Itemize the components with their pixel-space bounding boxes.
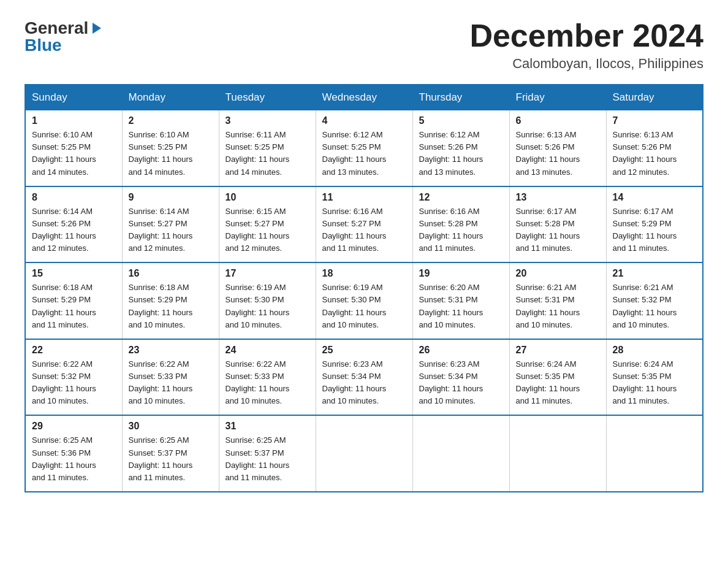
calendar-cell: 17 Sunrise: 6:19 AMSunset: 5:30 PMDaylig… (219, 262, 316, 339)
day-info: Sunrise: 6:15 AMSunset: 5:27 PMDaylight:… (226, 207, 290, 253)
day-info: Sunrise: 6:12 AMSunset: 5:26 PMDaylight:… (419, 130, 483, 176)
calendar-cell (316, 415, 412, 492)
calendar-week-row: 1 Sunrise: 6:10 AMSunset: 5:25 PMDayligh… (25, 110, 703, 186)
day-number: 20 (516, 268, 600, 279)
day-info: Sunrise: 6:24 AMSunset: 5:35 PMDaylight:… (516, 359, 580, 405)
calendar-week-row: 22 Sunrise: 6:22 AMSunset: 5:32 PMDaylig… (25, 339, 703, 416)
day-info: Sunrise: 6:16 AMSunset: 5:28 PMDaylight:… (419, 207, 483, 253)
calendar-cell: 26 Sunrise: 6:23 AMSunset: 5:34 PMDaylig… (412, 339, 509, 416)
day-number: 31 (226, 421, 309, 432)
day-number: 26 (419, 345, 503, 356)
day-number: 1 (32, 115, 116, 126)
calendar-cell: 1 Sunrise: 6:10 AMSunset: 5:25 PMDayligh… (25, 110, 122, 186)
calendar-cell: 22 Sunrise: 6:22 AMSunset: 5:32 PMDaylig… (25, 339, 122, 416)
day-info: Sunrise: 6:19 AMSunset: 5:30 PMDaylight:… (322, 283, 387, 329)
calendar-week-row: 15 Sunrise: 6:18 AMSunset: 5:29 PMDaylig… (25, 262, 703, 339)
day-number: 14 (613, 192, 697, 203)
calendar-cell: 24 Sunrise: 6:22 AMSunset: 5:33 PMDaylig… (219, 339, 316, 416)
calendar-cell: 31 Sunrise: 6:25 AMSunset: 5:37 PMDaylig… (219, 415, 316, 492)
day-info: Sunrise: 6:25 AMSunset: 5:36 PMDaylight:… (32, 435, 96, 481)
calendar-cell: 8 Sunrise: 6:14 AMSunset: 5:26 PMDayligh… (25, 186, 122, 263)
day-info: Sunrise: 6:25 AMSunset: 5:37 PMDaylight:… (129, 435, 193, 481)
calendar-cell: 23 Sunrise: 6:22 AMSunset: 5:33 PMDaylig… (122, 339, 219, 416)
location-subtitle: Calomboyan, Ilocos, Philippines (469, 56, 703, 72)
day-number: 24 (226, 345, 309, 356)
day-info: Sunrise: 6:22 AMSunset: 5:33 PMDaylight:… (226, 359, 290, 405)
calendar-cell: 30 Sunrise: 6:25 AMSunset: 5:37 PMDaylig… (122, 415, 219, 492)
day-number: 19 (419, 268, 503, 279)
page-header: General Blue December 2024 Calomboyan, I… (25, 18, 703, 72)
day-info: Sunrise: 6:23 AMSunset: 5:34 PMDaylight:… (419, 359, 483, 405)
day-info: Sunrise: 6:13 AMSunset: 5:26 PMDaylight:… (613, 130, 677, 176)
col-thursday: Thursday (412, 85, 509, 110)
day-info: Sunrise: 6:13 AMSunset: 5:26 PMDaylight:… (516, 130, 580, 176)
calendar-week-row: 29 Sunrise: 6:25 AMSunset: 5:36 PMDaylig… (25, 415, 703, 492)
day-number: 23 (129, 345, 213, 356)
day-number: 13 (516, 192, 600, 203)
calendar-cell: 13 Sunrise: 6:17 AMSunset: 5:28 PMDaylig… (509, 186, 606, 263)
day-info: Sunrise: 6:17 AMSunset: 5:29 PMDaylight:… (613, 207, 677, 253)
day-info: Sunrise: 6:18 AMSunset: 5:29 PMDaylight:… (129, 283, 193, 329)
day-number: 3 (226, 115, 309, 126)
col-monday: Monday (122, 85, 219, 110)
day-info: Sunrise: 6:17 AMSunset: 5:28 PMDaylight:… (516, 207, 580, 253)
day-number: 17 (226, 268, 309, 279)
day-info: Sunrise: 6:24 AMSunset: 5:35 PMDaylight:… (613, 359, 677, 405)
day-number: 21 (613, 268, 697, 279)
day-number: 8 (32, 192, 116, 203)
calendar-cell: 7 Sunrise: 6:13 AMSunset: 5:26 PMDayligh… (606, 110, 703, 186)
calendar-cell: 3 Sunrise: 6:11 AMSunset: 5:25 PMDayligh… (219, 110, 316, 186)
logo-arrow-icon (90, 21, 104, 35)
day-number: 2 (129, 115, 213, 126)
day-info: Sunrise: 6:19 AMSunset: 5:30 PMDaylight:… (226, 283, 290, 329)
calendar-cell: 21 Sunrise: 6:21 AMSunset: 5:32 PMDaylig… (606, 262, 703, 339)
title-block: December 2024 Calomboyan, Ilocos, Philip… (469, 18, 703, 72)
day-info: Sunrise: 6:25 AMSunset: 5:37 PMDaylight:… (226, 435, 290, 481)
calendar-cell: 5 Sunrise: 6:12 AMSunset: 5:26 PMDayligh… (412, 110, 509, 186)
calendar-cell: 25 Sunrise: 6:23 AMSunset: 5:34 PMDaylig… (316, 339, 412, 416)
calendar-cell: 28 Sunrise: 6:24 AMSunset: 5:35 PMDaylig… (606, 339, 703, 416)
day-number: 25 (322, 345, 406, 356)
day-info: Sunrise: 6:14 AMSunset: 5:26 PMDaylight:… (32, 207, 96, 253)
calendar-cell: 10 Sunrise: 6:15 AMSunset: 5:27 PMDaylig… (219, 186, 316, 263)
day-info: Sunrise: 6:11 AMSunset: 5:25 PMDaylight:… (226, 130, 290, 176)
day-info: Sunrise: 6:20 AMSunset: 5:31 PMDaylight:… (419, 283, 483, 329)
day-number: 12 (419, 192, 503, 203)
calendar-cell: 11 Sunrise: 6:16 AMSunset: 5:27 PMDaylig… (316, 186, 412, 263)
col-tuesday: Tuesday (219, 85, 316, 110)
calendar-cell (606, 415, 703, 492)
col-friday: Friday (509, 85, 606, 110)
day-number: 30 (129, 421, 213, 432)
day-info: Sunrise: 6:10 AMSunset: 5:25 PMDaylight:… (32, 130, 96, 176)
logo: General Blue (25, 18, 104, 55)
day-number: 15 (32, 268, 116, 279)
calendar-cell (412, 415, 509, 492)
day-info: Sunrise: 6:23 AMSunset: 5:34 PMDaylight:… (322, 359, 387, 405)
day-number: 9 (129, 192, 213, 203)
day-info: Sunrise: 6:21 AMSunset: 5:31 PMDaylight:… (516, 283, 580, 329)
day-number: 5 (419, 115, 503, 126)
day-info: Sunrise: 6:22 AMSunset: 5:33 PMDaylight:… (129, 359, 193, 405)
day-number: 11 (322, 192, 406, 203)
svg-marker-0 (93, 23, 101, 34)
calendar-cell: 14 Sunrise: 6:17 AMSunset: 5:29 PMDaylig… (606, 186, 703, 263)
day-number: 16 (129, 268, 213, 279)
day-number: 18 (322, 268, 406, 279)
calendar-cell: 12 Sunrise: 6:16 AMSunset: 5:28 PMDaylig… (412, 186, 509, 263)
calendar-cell (509, 415, 606, 492)
day-number: 28 (613, 345, 697, 356)
col-saturday: Saturday (606, 85, 703, 110)
col-wednesday: Wednesday (316, 85, 412, 110)
calendar-week-row: 8 Sunrise: 6:14 AMSunset: 5:26 PMDayligh… (25, 186, 703, 263)
calendar-cell: 15 Sunrise: 6:18 AMSunset: 5:29 PMDaylig… (25, 262, 122, 339)
calendar-cell: 27 Sunrise: 6:24 AMSunset: 5:35 PMDaylig… (509, 339, 606, 416)
day-number: 6 (516, 115, 600, 126)
calendar-cell: 9 Sunrise: 6:14 AMSunset: 5:27 PMDayligh… (122, 186, 219, 263)
calendar-cell: 18 Sunrise: 6:19 AMSunset: 5:30 PMDaylig… (316, 262, 412, 339)
day-info: Sunrise: 6:14 AMSunset: 5:27 PMDaylight:… (129, 207, 193, 253)
day-info: Sunrise: 6:22 AMSunset: 5:32 PMDaylight:… (32, 359, 96, 405)
day-number: 22 (32, 345, 116, 356)
logo-blue-text: Blue (25, 36, 62, 55)
day-number: 4 (322, 115, 406, 126)
calendar-cell: 2 Sunrise: 6:10 AMSunset: 5:25 PMDayligh… (122, 110, 219, 186)
